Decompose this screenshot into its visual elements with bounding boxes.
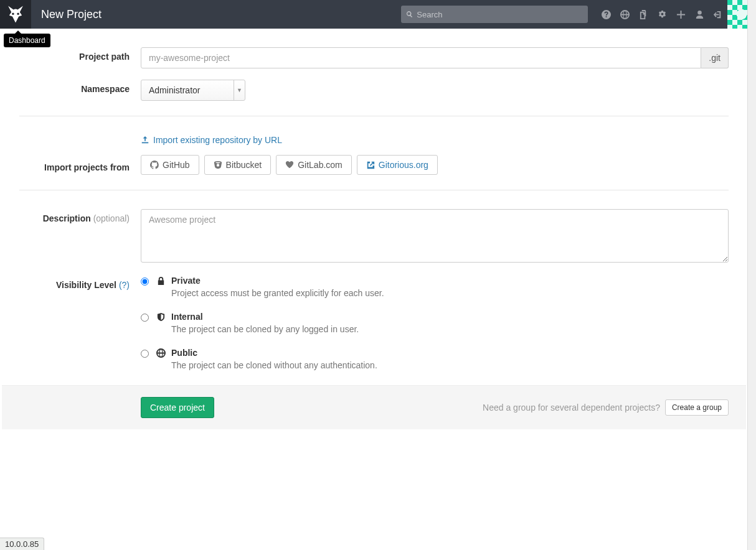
- project-path-label: Project path: [19, 47, 141, 68]
- github-icon: [150, 161, 159, 169]
- bitbucket-icon: [214, 161, 222, 169]
- heart-icon: [285, 161, 294, 169]
- description-textarea[interactable]: [141, 209, 729, 263]
- visibility-private-radio[interactable]: [141, 277, 149, 286]
- chevron-down-icon: ▼: [234, 80, 245, 100]
- import-gitlab-button[interactable]: GitLab.com: [276, 155, 352, 175]
- shield-icon: [155, 312, 166, 322]
- import-gitorious-button[interactable]: Gitorious.org: [357, 155, 438, 175]
- svg-point-1: [17, 13, 19, 15]
- gitorious-icon: [366, 161, 375, 169]
- namespace-select[interactable]: Administrator ▼: [141, 80, 245, 101]
- visibility-internal-title: Internal: [171, 312, 729, 322]
- dashboard-tooltip: Dashboard: [4, 34, 50, 47]
- svg-point-0: [12, 13, 14, 15]
- visibility-help-link[interactable]: (?): [119, 280, 130, 290]
- vertical-scrollbar[interactable]: [747, 0, 756, 550]
- plus-icon[interactable]: [671, 0, 690, 29]
- logo[interactable]: [0, 0, 31, 29]
- search-input[interactable]: [417, 10, 583, 19]
- import-url-link[interactable]: Import existing repository by URL: [141, 135, 729, 145]
- search-box[interactable]: [401, 6, 588, 23]
- lock-icon: [155, 276, 166, 286]
- signout-icon[interactable]: [709, 0, 727, 29]
- page-title: New Project: [41, 8, 102, 21]
- status-bar: 10.0.0.85: [0, 538, 44, 550]
- nav-icons: [597, 0, 727, 29]
- top-nav: New Project: [0, 0, 756, 29]
- visibility-public-title: Public: [171, 348, 729, 358]
- visibility-private-desc: Project access must be granted explicitl…: [171, 288, 729, 298]
- visibility-public-desc: The project can be cloned without any au…: [171, 360, 729, 370]
- upload-icon: [141, 136, 149, 144]
- user-icon[interactable]: [690, 0, 709, 29]
- project-path-input[interactable]: [141, 47, 701, 68]
- visibility-label: Visibility Level (?): [19, 276, 141, 370]
- create-group-button[interactable]: Create a group: [665, 399, 729, 416]
- files-icon[interactable]: [634, 0, 653, 29]
- description-label: Description (optional): [19, 209, 141, 264]
- globe-icon[interactable]: [615, 0, 634, 29]
- fox-logo-icon: [5, 4, 26, 25]
- namespace-label: Namespace: [19, 80, 141, 101]
- group-hint: Need a group for several dependent proje…: [483, 403, 660, 412]
- help-icon[interactable]: [597, 0, 615, 29]
- import-github-button[interactable]: GitHub: [141, 155, 199, 175]
- visibility-internal-radio[interactable]: [141, 314, 149, 322]
- globe-icon: [155, 348, 166, 358]
- git-suffix: .git: [701, 47, 729, 68]
- main-content: Project path .git Namespace Administrato…: [2, 29, 746, 429]
- namespace-value: Administrator: [149, 85, 200, 95]
- visibility-public-radio[interactable]: [141, 350, 149, 358]
- search-icon: [406, 11, 413, 18]
- create-project-button[interactable]: Create project: [141, 397, 214, 418]
- gears-icon[interactable]: [653, 0, 671, 29]
- visibility-internal-desc: The project can be cloned by any logged …: [171, 324, 729, 334]
- footer-bar: Create project Need a group for several …: [2, 385, 746, 429]
- import-from-label: Import projects from: [19, 135, 141, 175]
- visibility-private-title: Private: [171, 276, 729, 286]
- import-bitbucket-button[interactable]: Bitbucket: [204, 155, 272, 175]
